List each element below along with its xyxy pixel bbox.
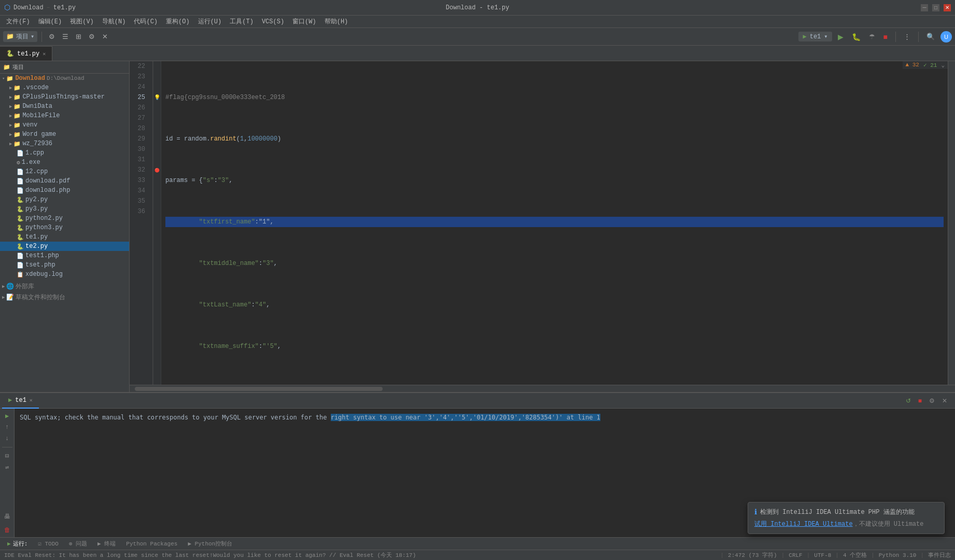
folder-icon-wordgame: 📁 (13, 131, 21, 138)
menu-view[interactable]: 视图(V) (66, 16, 98, 28)
menu-window[interactable]: 窗口(W) (288, 16, 320, 28)
menu-tools[interactable]: 工具(T) (226, 16, 258, 28)
run-config-dropdown[interactable]: ▶ te1 ▾ (798, 32, 832, 41)
tree-item-test1php[interactable]: 📄 test1.php (0, 251, 129, 260)
terminal-run-icon[interactable]: ▶ (2, 411, 12, 421)
menu-code[interactable]: 代码(C) (130, 16, 162, 28)
more-actions-btn[interactable]: ⋮ (901, 31, 913, 42)
menu-navigate[interactable]: 导航(N) (98, 16, 130, 28)
status-sep-2: | (781, 552, 785, 558)
tree-item-downloadphp[interactable]: 📄 download.php (0, 186, 129, 195)
minimize-button[interactable]: ─ (921, 4, 928, 11)
file-icon-py2: 🐍 (17, 197, 24, 203)
run-tab-te1[interactable]: ▶ te1 ✕ (2, 393, 39, 409)
tab-close-te1[interactable]: ✕ (43, 51, 46, 57)
status-encoding: UTF-8 (814, 552, 831, 558)
terminal-trash-icon[interactable]: 🗑 (2, 525, 12, 535)
status-position: 2:472 (73 字符) (728, 551, 777, 559)
tree-item-download[interactable]: ▾ 📁 Download D:\Download (0, 74, 129, 83)
menu-bar: 文件(F) 编辑(E) 视图(V) 导航(N) 代码(C) 重构(O) 运行(U… (0, 16, 955, 28)
settings-btn[interactable]: ⚙ (46, 31, 58, 42)
run-settings-btn[interactable]: ⚙ (926, 396, 937, 406)
window-controls: ─ □ ✕ (921, 4, 951, 11)
bottom-tab-todo[interactable]: ☑ TODO (33, 538, 64, 550)
notification-title: 检测到 IntelliJ IDEA Ultimate PHP 涵盖的功能 (760, 508, 915, 516)
tree-item-xdebuglog[interactable]: 📋 xdebug.log (0, 270, 129, 279)
code-editor[interactable]: #flag{cpg9ssnu_0000e333eetc_2018 id = ra… (161, 61, 948, 385)
tree-item-mobilefile[interactable]: ▶ 📁 MobileFile (0, 111, 129, 120)
coverage-button[interactable]: ☂ (866, 31, 878, 42)
menu-run[interactable]: 运行(U) (194, 16, 226, 28)
close-button[interactable]: ✕ (944, 4, 951, 11)
bottom-tab-python-packages[interactable]: Python Packages (121, 538, 182, 550)
bottom-tab-run[interactable]: ▶ 运行: (2, 538, 33, 550)
project-dropdown[interactable]: 📁 项目 ▾ (3, 31, 37, 42)
gutter-25-bulb[interactable]: 💡 (153, 92, 161, 103)
tab-icon-te1: 🐍 (6, 50, 14, 58)
search-button[interactable]: 🔍 (924, 31, 937, 42)
tree-item-te2[interactable]: 🐍 te2.py (0, 242, 129, 251)
tree-item-1cpp[interactable]: 📄 1.cpp (0, 148, 129, 158)
tree-item-wz72936[interactable]: ▶ 📁 wz_72936 (0, 139, 129, 148)
tree-item-python3[interactable]: 🐍 python3.py (0, 223, 129, 232)
tree-item-1exe[interactable]: ⚙ 1.exe (0, 158, 129, 167)
line-num-26: 26 (130, 103, 149, 113)
run-stop-btn[interactable]: ■ (916, 396, 924, 406)
horizontal-scrollbar[interactable] (130, 385, 955, 392)
tree-item-te1[interactable]: 🐍 te1.py (0, 232, 129, 242)
tree-item-venv[interactable]: ▶ 📁 venv (0, 120, 129, 130)
tree-item-python2[interactable]: 🐍 python2.py (0, 214, 129, 223)
gear-btn[interactable]: ⚙ (86, 31, 97, 42)
tree-item-cplusplus[interactable]: ▶ 📁 CPlusPlusThings-master (0, 92, 129, 102)
tab-te1[interactable]: 🐍 te1.py ✕ (0, 46, 52, 61)
bottom-tab-terminal[interactable]: ▶ 终端 (92, 538, 121, 550)
chevron-vscode: ▶ (9, 85, 12, 91)
run-close-btn[interactable]: ✕ (939, 396, 950, 406)
tree-item-dwnidata[interactable]: ▶ 📁 DwniData (0, 102, 129, 111)
terminal-down-icon[interactable]: ↓ (2, 433, 12, 444)
run-restart-btn[interactable]: ↺ (903, 396, 914, 406)
scrollbar-thumb[interactable] (135, 387, 383, 391)
expand-icon[interactable]: ⌄ (941, 62, 945, 68)
user-button[interactable]: U (940, 31, 952, 43)
tree-item-tsetphp[interactable]: 📄 tset.php (0, 260, 129, 270)
run-button[interactable]: ▶ (835, 31, 846, 43)
menu-help[interactable]: 帮助(H) (320, 16, 353, 28)
menu-edit[interactable]: 编辑(E) (34, 16, 66, 28)
tree-item-py2[interactable]: 🐍 py2.py (0, 195, 129, 204)
terminal-up-icon[interactable]: ↑ (2, 422, 12, 432)
menu-file[interactable]: 文件(F) (2, 16, 34, 28)
tree-label-downloadpdf: download.pdf (25, 177, 70, 185)
maximize-button[interactable]: □ (932, 4, 939, 11)
split-btn[interactable]: ⊞ (73, 31, 84, 42)
menu-refactor[interactable]: 重构(O) (162, 16, 194, 28)
tree-item-downloadpdf[interactable]: 📄 download.pdf (0, 176, 129, 186)
tree-item-vscode[interactable]: ▶ 📁 .vscode (0, 83, 129, 92)
tree-item-py3[interactable]: 🐍 py3.py (0, 204, 129, 214)
gutter-28 (153, 123, 161, 134)
notification-header: ℹ 检测到 IntelliJ IDEA Ultimate PHP 涵盖的功能 (754, 508, 938, 516)
terminal-filter-icon[interactable]: ⊟ (2, 451, 12, 461)
terminal-print-icon[interactable]: 🖶 (2, 511, 12, 522)
gutter-27 (153, 113, 161, 123)
debug-button[interactable]: 🐛 (849, 31, 863, 43)
stop-button[interactable]: ■ (881, 31, 890, 43)
notification-link[interactable]: 试用 IntelliJ IDEA Ultimate (754, 521, 853, 528)
tree-item-scratch[interactable]: ▶ 📝 草稿文件和控制台 (0, 292, 129, 303)
tree-item-12cpp[interactable]: 📄 12.cpp (0, 167, 129, 176)
warning-count: ▲ 32 (906, 62, 919, 68)
chevron-mobilefile: ▶ (9, 113, 12, 119)
bottom-tab-python-console[interactable]: ▶ Python控制台 (182, 538, 237, 550)
gutter-34 (153, 186, 161, 196)
tree-item-external[interactable]: ▶ 🌐 外部库 (0, 281, 129, 292)
run-tab-close[interactable]: ✕ (30, 397, 33, 403)
close-panel-btn[interactable]: ✕ (100, 31, 110, 42)
list-btn[interactable]: ☰ (60, 31, 71, 42)
code-25: "txtfirst_name":"1", (165, 217, 274, 227)
gutter-32-bp[interactable]: 🔴 (153, 165, 161, 175)
tree-item-wordgame[interactable]: ▶ 📁 Word game (0, 130, 129, 139)
terminal-wrap-icon[interactable]: ⇌ (2, 462, 12, 472)
bottom-tab-problems[interactable]: ⊗ 问题 (64, 538, 92, 550)
code-line-26: "txtmiddle_name":"3", (165, 258, 944, 269)
menu-vcs[interactable]: VCS(S) (258, 16, 288, 28)
